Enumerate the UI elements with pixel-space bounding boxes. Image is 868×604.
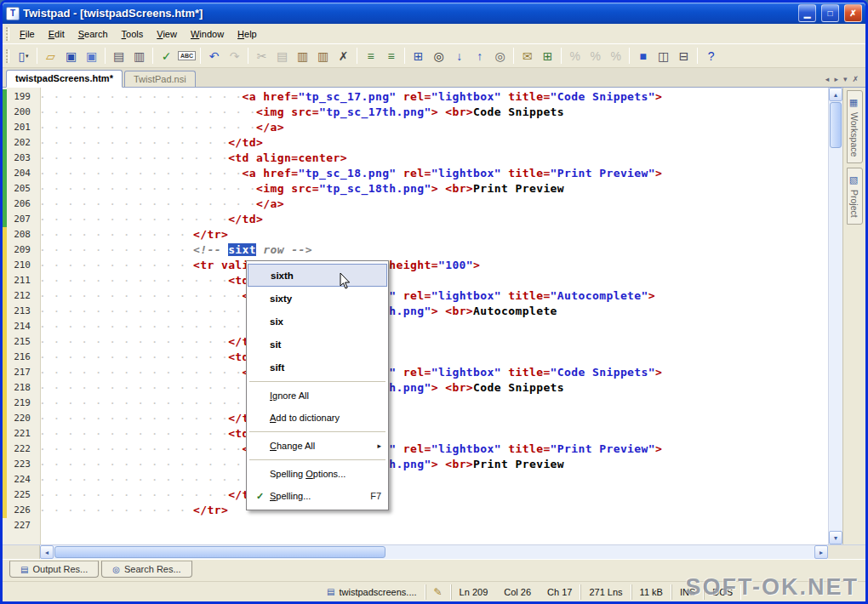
horizontal-scroll-thumb[interactable] [54, 546, 385, 558]
paste-special-button[interactable]: ▥ [313, 46, 333, 66]
title-bar[interactable]: T Twistpad - [twistpadScreens.htm*] ▁ □ … [3, 3, 865, 24]
spell-check-button[interactable]: ✓ [157, 46, 176, 66]
horizontal-scroll-track[interactable] [386, 545, 814, 559]
context-menu-item-six[interactable]: six [248, 310, 387, 333]
scroll-tabs-right-button[interactable]: ▸ [834, 75, 838, 83]
context-menu-item-sixth[interactable]: sixth [248, 264, 387, 287]
open-file-button[interactable]: ▱ [41, 46, 60, 66]
find-previous-button[interactable]: ↑ [470, 46, 489, 66]
close-tab-button[interactable]: ✗ [852, 75, 859, 83]
menu-edit[interactable]: Edit [42, 26, 71, 42]
code-text[interactable]: · · · · · · · · · · · · · ·</td> [35, 334, 263, 350]
macro-play-button[interactable]: % [585, 46, 605, 66]
bottom-tab-search-res[interactable]: ◎Search Res... [101, 561, 191, 578]
paste-button[interactable]: ▥ [293, 46, 312, 66]
menu-tools[interactable]: Tools [115, 26, 151, 42]
vertical-scroll-thumb[interactable] [830, 102, 842, 148]
code-text[interactable]: · · · · · · · · · · · · · · · ·<img src=… [35, 105, 564, 120]
menu-file[interactable]: File [13, 26, 42, 42]
status-bar: ▤ twistpadscreens.... ✎ Ln 209 Col 26 Ch… [3, 581, 865, 601]
context-menu-item-spelling[interactable]: ✓Spelling...F7 [248, 485, 387, 507]
code-text[interactable]: · · · · · · · · · · · · · · ·<a href="tp… [35, 89, 662, 105]
side-tab-workspace[interactable]: ▦Workspace [847, 90, 863, 163]
vertical-scrollbar[interactable]: ▴ ▾ [828, 88, 842, 544]
code-text[interactable]: · · · · · · · · · · · · · ·<td align=cen… [35, 151, 347, 166]
whitespace-dots: · · · · · · · · · · · · · · · · [39, 473, 256, 486]
context-menu-item-sift[interactable]: sift [248, 356, 387, 379]
code-text[interactable]: · · · · · · · · · · · · · ·</td> [35, 212, 263, 227]
scroll-right-button[interactable]: ▸ [814, 545, 828, 559]
code-text[interactable]: · · · · · · · · · · · · · ·</td> [35, 135, 263, 151]
code-text[interactable] [35, 518, 39, 533]
menu-search[interactable]: Search [71, 26, 115, 42]
window-layout-button[interactable]: ⊟ [674, 46, 694, 66]
context-menu-item-sixty[interactable]: sixty [248, 287, 387, 310]
tab-twistpadscreens-htm[interactable]: twistpadScreens.htm* [6, 70, 123, 88]
code-text[interactable]: · · · · · · · · · · · · · · · ·<img src=… [35, 181, 564, 197]
decrease-indent-button[interactable]: ≡ [361, 46, 380, 66]
menu-window[interactable]: Window [184, 26, 231, 42]
code-text[interactable]: · · · · · · · · · · · <!-- sixt row --> [35, 242, 312, 258]
code-text[interactable]: · · · · · · · · · · · · · ·</td> [35, 487, 263, 503]
tab-list-button[interactable]: ▾ [843, 75, 848, 83]
undo-button[interactable]: ↶ [204, 46, 224, 66]
scroll-down-button[interactable]: ▾ [829, 531, 842, 544]
vertical-scroll-track[interactable] [829, 149, 842, 531]
cut-button[interactable]: ✂ [252, 46, 271, 66]
print-preview-button[interactable]: ▤ [109, 46, 128, 66]
scroll-tabs-left-button[interactable]: ◂ [825, 75, 830, 83]
save-all-button[interactable]: ▣ [82, 46, 101, 66]
delete-icon: ✗ [339, 50, 349, 62]
code-line: 208· · · · · · · · · · · </tr> [3, 227, 828, 242]
code-segment: </td> [228, 213, 263, 225]
code-text[interactable]: · · · · · · · · · · · </tr> [35, 503, 228, 518]
horizontal-scrollbar[interactable]: ◂ ▸ [40, 545, 828, 559]
print-button[interactable]: ▥ [129, 46, 149, 66]
save-button[interactable]: ▣ [61, 46, 81, 66]
macro-stop-button[interactable]: % [606, 46, 625, 66]
increase-indent-button[interactable]: ≡ [381, 46, 401, 66]
side-tab-label: Project [849, 190, 859, 218]
split-view-button[interactable]: ◫ [654, 46, 673, 66]
send-mail-button[interactable]: ✉ [517, 46, 537, 66]
code-text[interactable]: · · · · · · · · · · · · · · · ·</a> [35, 120, 284, 135]
scroll-up-button[interactable]: ▴ [829, 88, 842, 101]
menu-view[interactable]: View [150, 26, 184, 42]
context-menu-item-ignore-all[interactable]: Ignore All [248, 385, 387, 407]
code-text[interactable]: · · · · · · · · · · · </tr> [35, 227, 228, 242]
scroll-left-button[interactable]: ◂ [40, 545, 54, 559]
insert-file-button[interactable]: ⊞ [538, 46, 557, 66]
syntax-check-button[interactable]: ABC [177, 46, 197, 66]
copy-button[interactable]: ▤ [272, 46, 292, 66]
code-text[interactable]: · · · · · · · · · · · · · · ·<a href="tp… [35, 166, 662, 181]
code-line: 217· · · · · · · · · · · · · · ·<a href=… [3, 365, 828, 380]
delete-button[interactable]: ✗ [334, 46, 353, 66]
close-icon: ✗ [849, 9, 856, 18]
side-tab-project[interactable]: ▧Project [847, 168, 863, 225]
new-file-button[interactable]: ▯▾ [14, 46, 33, 66]
context-menu-item-add-to-dictionary[interactable]: Add to dictionary [248, 407, 387, 429]
line-number: 226 [7, 503, 35, 518]
bottom-tab-output-res[interactable]: ▤Output Res... [9, 561, 99, 578]
code-segment: "tp_sc_18th.png" [319, 182, 431, 195]
find-next-button[interactable]: ↓ [449, 46, 469, 66]
redo-button[interactable]: ↷ [225, 46, 244, 66]
help-button[interactable]: ? [701, 46, 721, 66]
context-menu-item-spelling-options[interactable]: Spelling Options... [248, 463, 387, 485]
code-text[interactable]: · · · · · · · · · · · · · · · ·</a> [35, 197, 284, 212]
code-text[interactable]: · · · · · · · · · · · · · ·</td> [35, 411, 263, 426]
menu-help[interactable]: Help [231, 26, 264, 42]
context-menu-item-change-all[interactable]: Change All▸ [248, 435, 387, 457]
find-button[interactable]: ◎ [429, 46, 448, 66]
code-segment [438, 458, 445, 470]
macro-record-button[interactable]: % [565, 46, 585, 66]
find-in-files-button[interactable]: ◎ [490, 46, 510, 66]
goto-line-button[interactable]: ⊞ [408, 46, 428, 66]
full-screen-button[interactable]: ■ [633, 46, 653, 66]
maximize-button[interactable]: □ [821, 4, 839, 22]
minimize-button[interactable]: ▁ [798, 4, 816, 22]
context-menu-item-sit[interactable]: sit [248, 333, 387, 356]
tab-twistpad-nsi[interactable]: TwistPad.nsi [124, 71, 196, 87]
close-button[interactable]: ✗ [844, 4, 862, 22]
code-editor[interactable]: 199· · · · · · · · · · · · · · ·<a href=… [3, 88, 828, 544]
